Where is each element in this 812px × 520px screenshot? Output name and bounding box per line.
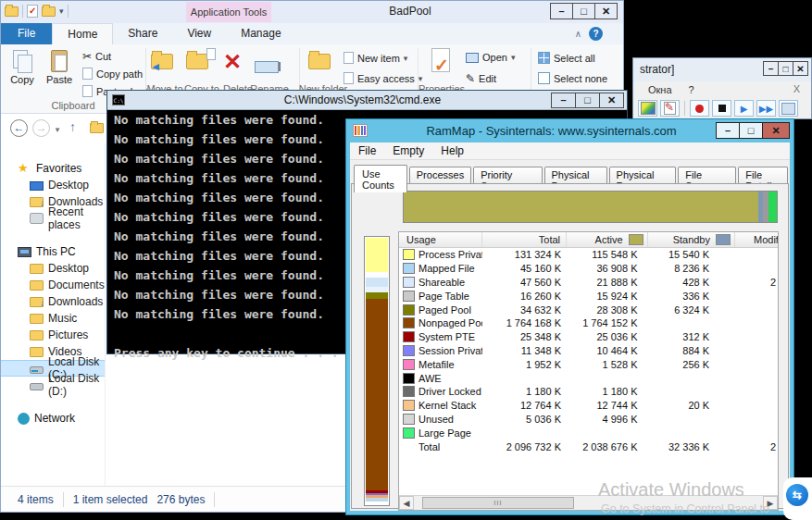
cell-total: 1 764 168 K [482, 317, 567, 328]
collapse-ribbon-icon[interactable]: ∧ [575, 29, 581, 39]
tab-file[interactable]: File [1, 23, 52, 44]
menu-file[interactable]: File [350, 144, 384, 157]
maximize-button[interactable]: □ [778, 61, 793, 76]
menu-okna[interactable]: Окна [648, 84, 672, 95]
move-to-button[interactable]: ◂ [151, 50, 179, 74]
table-row-kernel-stack[interactable]: Kernel Stack12 764 K12 744 K20 K [399, 399, 778, 413]
menu-help[interactable]: Help [432, 144, 472, 157]
copy-to-button[interactable] [186, 50, 214, 74]
col-standby[interactable]: Standby [648, 232, 735, 247]
menu-help[interactable]: ? [689, 84, 694, 95]
table-row-metafile[interactable]: Metafile1 952 K1 528 K256 K [399, 357, 778, 371]
export-button[interactable] [779, 100, 798, 117]
forward-button[interactable]: → [32, 119, 50, 137]
stop-button[interactable] [712, 100, 731, 117]
table-row-mapped-file[interactable]: Mapped File45 160 K36 908 K8 236 K [399, 262, 778, 276]
toolbar-close-icon[interactable]: X [793, 83, 800, 94]
new-folder-button[interactable] [308, 50, 336, 74]
play-button[interactable]: ▶ [734, 100, 754, 117]
sidebar-item-documents[interactable]: Documents [1, 277, 105, 293]
maximize-button[interactable]: □ [572, 3, 595, 19]
record-button[interactable] [690, 100, 709, 117]
table-row-shareable[interactable]: Shareable47 560 K21 888 K428 K2 [399, 276, 778, 290]
delete-button[interactable]: ✕ [223, 50, 251, 74]
tab-use-counts[interactable]: Use Counts [354, 165, 407, 192]
minimize-button[interactable]: – [550, 3, 573, 19]
maximize-button[interactable]: □ [739, 122, 763, 139]
table-row-session-private[interactable]: Session Private11 348 K10 464 K884 K [399, 344, 778, 358]
select-all-button[interactable]: Select all [538, 52, 595, 64]
open-button[interactable]: Open▾ [466, 52, 515, 63]
cell-total: 131 324 K [482, 249, 567, 260]
explorer-titlebar[interactable]: ▾ Application Tools BadPool – □ ✕ [1, 1, 623, 23]
sidebar-section-network[interactable]: Network [1, 410, 105, 427]
admin-titlebar[interactable]: strator] – □ ✕ [633, 58, 811, 81]
up-button[interactable]: ↑ [64, 119, 81, 137]
select-none-button[interactable]: Select none [538, 72, 607, 84]
copy-path-button[interactable]: Copy path [82, 68, 143, 80]
cmd-titlebar[interactable]: C:\ C:\Windows\System32\cmd.exe – □ ✕ [107, 91, 627, 110]
properties-button[interactable] [423, 48, 458, 72]
sidebar-section-favorites[interactable]: Favorites [1, 160, 105, 177]
help-icon[interactable]: ? [589, 27, 603, 41]
edit-button[interactable]: ✎ Edit [466, 72, 496, 85]
teamviewer-panel[interactable]: ⇆ [783, 477, 812, 520]
sidebar-item-pictures[interactable]: Pictures [1, 327, 105, 343]
back-button[interactable]: ← [10, 119, 28, 137]
tab-manage[interactable]: Manage [226, 23, 295, 44]
chart-button[interactable] [638, 100, 657, 117]
table-row-large-page[interactable]: Large Page [399, 426, 778, 440]
menu-empty[interactable]: Empty [384, 144, 432, 157]
tab-share[interactable]: Share [113, 23, 172, 44]
close-button[interactable]: ✕ [594, 3, 618, 19]
table-header[interactable]: Usage Total Active Standby Modified [399, 232, 778, 248]
table-row-awe[interactable]: AWE [399, 371, 778, 385]
col-total[interactable]: Total [482, 232, 568, 247]
table-row-paged-pool[interactable]: Paged Pool34 632 K28 308 K6 324 K [399, 303, 778, 316]
scrollbar-thumb[interactable]: III [422, 497, 574, 509]
new-item-button[interactable]: New item▾ [344, 52, 407, 64]
sidebar-section-this-pc[interactable]: This PC [1, 243, 105, 260]
row-color-swatch [403, 345, 415, 356]
easy-access-button[interactable]: Easy access▾ [344, 72, 422, 84]
sidebar-item-music[interactable]: Music [1, 310, 105, 327]
table-row-process-private[interactable]: Process Private131 324 K115 548 K15 540 … [399, 248, 778, 262]
table-row-unused[interactable]: Unused5 036 K4 996 K [399, 413, 778, 427]
rammap-titlebar[interactable]: RamMap - Sysinternals: www.sysinternals.… [346, 119, 793, 142]
close-button[interactable]: ✕ [599, 93, 624, 108]
minimize-button[interactable]: – [716, 122, 740, 139]
sidebar-item-desktop[interactable]: Desktop [1, 177, 105, 193]
col-modified[interactable]: Modified [735, 232, 778, 247]
sidebar-item-local-disk-d-[interactable]: Local Disk (D:) [1, 377, 105, 393]
tab-home[interactable]: Home [52, 23, 113, 44]
annotate-button[interactable] [660, 100, 680, 117]
paste-button[interactable]: Paste [42, 50, 77, 85]
table-row-total[interactable]: Total2 096 732 K2 038 676 K32 336 K2 [399, 440, 778, 453]
table-row-page-table[interactable]: Page Table16 260 K15 924 K336 K [399, 289, 778, 303]
folder-icon[interactable] [5, 6, 19, 17]
scroll-left-button[interactable]: ◀ [399, 496, 414, 510]
table-row-nonpaged-pool[interactable]: Nonpaged Pool1 764 168 K1 764 152 K [399, 316, 778, 330]
fast-forward-button[interactable]: ▶▶ [756, 100, 776, 117]
table-row-system-pte[interactable]: System PTE25 348 K25 036 K312 K [399, 330, 778, 344]
cell-total: 1 952 K [482, 359, 567, 370]
rename-button[interactable] [255, 50, 282, 74]
minimize-button[interactable]: – [551, 93, 576, 108]
minimize-button[interactable]: – [763, 61, 779, 76]
copy-button[interactable]: Copy [5, 50, 40, 85]
properties-qat-icon[interactable] [27, 5, 38, 18]
history-dropdown-icon[interactable]: ▾ [52, 122, 63, 140]
col-usage[interactable]: Usage [399, 232, 482, 247]
col-active[interactable]: Active [567, 232, 648, 247]
close-button[interactable]: ✕ [793, 61, 808, 76]
chevron-down-icon[interactable]: ▾ [59, 6, 64, 16]
tab-view[interactable]: View [172, 23, 226, 44]
table-row-driver-locked[interactable]: Driver Locked1 180 K1 180 K [399, 385, 778, 399]
folder-icon[interactable] [42, 6, 56, 17]
cut-button[interactable]: ✂ Cut [82, 50, 111, 63]
close-button[interactable]: ✕ [762, 122, 790, 139]
maximize-button[interactable]: □ [575, 93, 600, 108]
sidebar-item-downloads[interactable]: Downloads [1, 293, 105, 310]
sidebar-item-recent-places[interactable]: Recent places [1, 210, 105, 227]
sidebar-item-desktop[interactable]: Desktop [1, 260, 105, 277]
